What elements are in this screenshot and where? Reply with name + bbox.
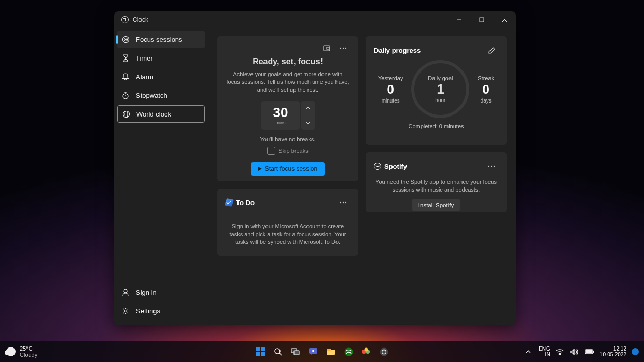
skip-breaks-checkbox[interactable] <box>267 147 275 155</box>
task-view-button[interactable] <box>288 344 303 359</box>
svg-rect-39 <box>586 350 592 353</box>
globe-icon <box>122 110 130 118</box>
svg-rect-13 <box>327 47 329 49</box>
search-button[interactable] <box>271 344 285 359</box>
sidebar-item-label: Focus sessions <box>136 36 183 44</box>
language-indicator[interactable]: ENG IN <box>539 346 550 357</box>
notification-badge[interactable] <box>632 348 639 355</box>
sidebar-item-world-clock[interactable]: World clock <box>117 105 205 123</box>
xbox-button[interactable] <box>341 344 356 359</box>
minutes-unit: mins <box>275 120 285 125</box>
sidebar-item-timer[interactable]: Timer <box>117 49 205 67</box>
minutes-display[interactable]: 30 mins <box>261 101 300 130</box>
svg-point-33 <box>365 348 368 352</box>
minutes-value: 30 <box>273 106 288 119</box>
svg-rect-29 <box>327 349 331 351</box>
volume-icon[interactable] <box>570 344 579 359</box>
time-picker: 30 mins <box>226 101 350 130</box>
decrement-button[interactable] <box>301 115 315 130</box>
breaks-info: You'll have no breaks. <box>226 136 350 142</box>
tray-chevron-icon[interactable] <box>523 344 534 359</box>
title-bar[interactable]: Clock <box>114 11 516 28</box>
streak-value: 0 <box>478 82 494 97</box>
weather-widget[interactable]: 25°C Cloudy <box>6 345 37 358</box>
lang-secondary: IN <box>539 352 550 357</box>
svg-point-27 <box>312 350 314 352</box>
svg-point-15 <box>343 48 344 49</box>
clock-tray[interactable]: 12:12 10-05-2022 <box>600 346 626 357</box>
minimize-button[interactable] <box>447 11 470 28</box>
cloud-icon <box>6 347 16 356</box>
taskbar-center <box>253 344 391 359</box>
sidebar-sign-in[interactable]: Sign in <box>117 283 205 301</box>
streak-stat: Streak 0 days <box>478 75 494 104</box>
person-icon <box>121 288 130 296</box>
windows-icon <box>256 347 265 356</box>
lang-primary: ENG <box>539 346 550 352</box>
stopwatch-icon <box>121 91 130 99</box>
streak-label: Streak <box>478 75 494 81</box>
svg-point-19 <box>345 202 346 203</box>
main-content: Ready, set, focus! Achieve your goals an… <box>208 28 516 325</box>
svg-point-16 <box>345 48 346 49</box>
sidebar-item-label: Alarm <box>136 73 153 81</box>
play-icon <box>258 167 262 171</box>
gear-icon <box>121 307 130 315</box>
svg-point-18 <box>343 202 344 203</box>
sidebar-settings[interactable]: Settings <box>117 302 205 320</box>
focus-description: Achieve your goals and get more done wit… <box>226 70 350 94</box>
tray-date: 10-05-2022 <box>600 352 626 357</box>
yesterday-label: Yesterday <box>378 75 403 81</box>
svg-point-20 <box>488 166 489 167</box>
more-icon[interactable] <box>337 41 350 55</box>
taskbar[interactable]: 25°C Cloudy ENG IN 12:12 10-05-2022 <box>0 341 644 362</box>
edit-button[interactable] <box>485 44 498 57</box>
sidebar: Focus sessions Timer Alarm Stopwatch Wor… <box>114 28 208 325</box>
goal-ring: Daily goal 1 hour <box>411 60 469 118</box>
todo-description: Sign in with your Microsoft Account to c… <box>226 223 350 246</box>
svg-rect-1 <box>480 18 484 22</box>
wifi-icon[interactable] <box>555 344 565 359</box>
more-icon[interactable] <box>337 196 350 209</box>
spotify-card: Spotify You need the Spotify app to enha… <box>366 152 507 212</box>
sidebar-item-label: Stopwatch <box>136 92 167 99</box>
start-focus-button[interactable]: Start focus session <box>251 162 325 176</box>
todo-icon <box>225 198 234 207</box>
todo-title: To Do <box>236 199 255 207</box>
focus-title: Ready, set, focus! <box>226 57 350 66</box>
sidebar-sign-in-label: Sign in <box>136 288 157 296</box>
weather-desc: Cloudy <box>20 352 37 358</box>
sidebar-item-stopwatch[interactable]: Stopwatch <box>117 86 205 104</box>
app-icon-1[interactable] <box>359 344 373 359</box>
bell-icon <box>121 73 130 81</box>
app-icon-2[interactable] <box>376 344 391 359</box>
clock-app-icon <box>121 16 129 23</box>
maximize-button[interactable] <box>470 11 493 28</box>
svg-point-23 <box>275 349 280 354</box>
battery-icon[interactable] <box>584 344 595 359</box>
yesterday-value: 0 <box>378 82 403 97</box>
compact-view-button[interactable] <box>320 41 333 55</box>
svg-point-21 <box>491 166 492 167</box>
daily-progress-card: Daily progress Yesterday 0 minutes Daily… <box>366 36 507 145</box>
hourglass-icon <box>121 54 130 62</box>
skip-breaks-option[interactable]: Skip breaks <box>226 147 350 155</box>
chat-button[interactable] <box>306 344 320 359</box>
svg-point-17 <box>340 202 341 203</box>
yesterday-unit: minutes <box>378 98 403 104</box>
yesterday-stat: Yesterday 0 minutes <box>378 75 403 104</box>
start-button[interactable] <box>253 344 268 359</box>
spotify-description: You need the Spotify app to enhance your… <box>374 178 498 194</box>
sidebar-item-alarm[interactable]: Alarm <box>117 68 205 85</box>
install-spotify-button[interactable]: Install Spotify <box>412 199 460 211</box>
start-focus-label: Start focus session <box>265 165 317 172</box>
file-explorer-button[interactable] <box>324 344 338 359</box>
sidebar-item-focus-sessions[interactable]: Focus sessions <box>117 31 205 48</box>
svg-rect-25 <box>294 351 299 355</box>
increment-button[interactable] <box>301 101 315 115</box>
time-steppers <box>301 101 315 130</box>
svg-point-14 <box>340 48 341 49</box>
spotify-title: Spotify <box>384 163 407 170</box>
more-icon[interactable] <box>485 160 498 173</box>
close-button[interactable] <box>493 11 516 28</box>
